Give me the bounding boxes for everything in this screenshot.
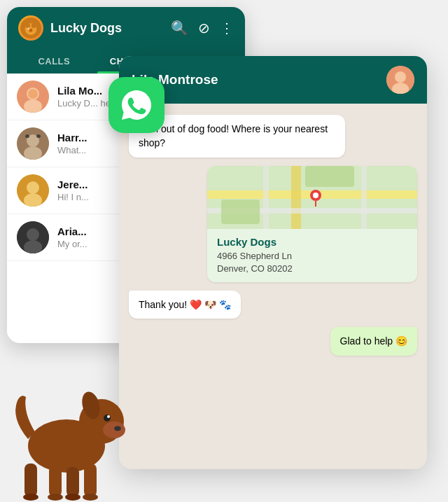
- svg-point-2: [26, 23, 31, 28]
- svg-point-37: [103, 421, 125, 438]
- svg-rect-28: [263, 166, 269, 229]
- svg-point-39: [104, 414, 111, 421]
- svg-point-48: [23, 494, 38, 501]
- svg-point-47: [65, 494, 80, 501]
- search-icon[interactable]: 🔍: [171, 20, 188, 36]
- messages-area: I ran out of dog food! Where is your nea…: [119, 104, 427, 469]
- tab-calls[interactable]: CALLS: [18, 49, 90, 74]
- svg-rect-45: [84, 463, 97, 497]
- dog-svg: [4, 362, 130, 502]
- whatsapp-logo: [119, 88, 154, 123]
- brand-name: Lucky Dogs: [50, 21, 122, 36]
- message-text: I ran out of dog food! Where is your nea…: [139, 123, 328, 148]
- location-address: 4966 Shepherd Ln Denver, CO 80202: [217, 250, 407, 275]
- svg-rect-14: [36, 134, 41, 138]
- header-top: Lucky Dogs 🔍 ⊘ ⋮: [18, 15, 234, 46]
- brand-avatar: [18, 15, 43, 41]
- svg-rect-31: [221, 200, 260, 224]
- location-business-name: Lucky Dogs: [217, 236, 407, 248]
- svg-point-33: [313, 193, 318, 198]
- svg-point-9: [28, 89, 38, 99]
- chat-window: Lila Montrose I ran out of dog food! Whe…: [119, 56, 427, 469]
- svg-point-41: [114, 426, 121, 431]
- svg-point-3: [31, 23, 36, 28]
- avatar: [17, 221, 49, 253]
- menu-icon[interactable]: ⋮: [220, 20, 234, 36]
- whatsapp-icon: [108, 77, 164, 133]
- header-icons: 🔍 ⊘ ⋮: [171, 20, 234, 36]
- svg-point-5: [27, 27, 29, 29]
- svg-point-46: [48, 494, 63, 501]
- map-svg: [207, 166, 417, 229]
- status-icon[interactable]: ⊘: [198, 20, 210, 36]
- chat-window-header: Lila Montrose: [119, 56, 427, 104]
- svg-point-22: [395, 71, 406, 83]
- svg-rect-42: [49, 466, 62, 497]
- header-brand: Lucky Dogs: [18, 15, 122, 41]
- svg-rect-30: [305, 166, 354, 187]
- svg-point-49: [83, 494, 98, 501]
- svg-rect-29: [361, 166, 367, 229]
- message-sent: Glad to help 😊: [330, 327, 417, 355]
- message-text: Thank you! ❤️ 🐶 🐾: [139, 299, 231, 310]
- location-info: Lucky Dogs 4966 Shepherd Ln Denver, CO 8…: [207, 229, 417, 282]
- dog-silhouette: [4, 362, 130, 502]
- message-received: Thank you! ❤️ 🐶 🐾: [129, 291, 241, 319]
- svg-point-16: [27, 181, 39, 194]
- svg-rect-13: [25, 134, 29, 138]
- brand-avatar-icon: [20, 18, 41, 39]
- svg-point-4: [29, 29, 33, 32]
- avatar: [17, 81, 49, 113]
- location-card: Lucky Dogs 4966 Shepherd Ln Denver, CO 8…: [207, 166, 417, 282]
- svg-rect-44: [24, 463, 37, 497]
- message-text: Glad to help 😊: [340, 335, 407, 347]
- chat-contact-avatar: [386, 66, 414, 94]
- avatar: [17, 174, 49, 207]
- svg-point-40: [107, 415, 110, 418]
- svg-rect-43: [66, 467, 79, 497]
- avatar: [17, 127, 49, 160]
- svg-point-19: [27, 228, 39, 241]
- svg-rect-26: [291, 166, 301, 229]
- chat-contact-name: Lila Montrose: [132, 72, 377, 88]
- location-map: [207, 166, 417, 229]
